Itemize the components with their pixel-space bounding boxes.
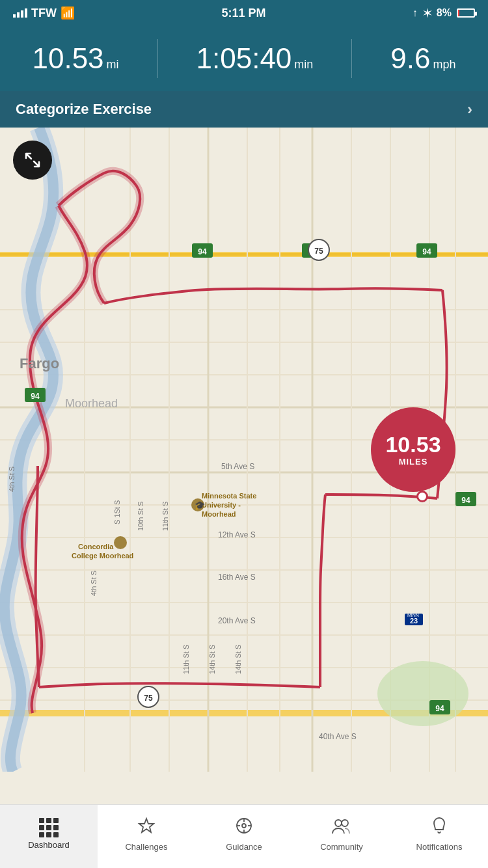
svg-text:94: 94 [422,247,431,256]
dashboard-icon [39,818,59,837]
battery-icon [457,8,475,18]
svg-text:94: 94 [461,496,470,505]
speed-stat: 9.6mph [390,44,455,73]
svg-text:S 1St S: S 1St S [113,500,121,524]
svg-text:5th Ave S: 5th Ave S [221,462,254,471]
time-label: 5:11 PM [221,7,265,20]
svg-marker-71 [139,819,154,832]
stat-divider-1 [157,39,158,78]
svg-text:4th St S: 4th St S [90,571,98,596]
duration-stat: 1:05:40min [197,44,314,73]
carrier-label: TFW [31,7,57,20]
svg-point-51 [114,536,127,549]
status-left: TFW 📶 [13,6,75,20]
distance-stat: 10.53mi [32,44,118,73]
svg-point-73 [242,824,246,828]
bluetooth-icon: ✶ [423,7,431,20]
svg-point-78 [335,820,342,826]
nav-dashboard[interactable]: Dashboard [0,805,98,868]
svg-text:12th Ave S: 12th Ave S [218,530,256,539]
duration-value: 1:05:40min [197,44,314,73]
svg-text:14th St S: 14th St S [234,645,242,674]
guidance-icon [235,817,253,839]
svg-text:20th Ave S: 20th Ave S [218,616,256,625]
nav-community[interactable]: Community [293,805,390,868]
location-icon: ↑ [413,7,418,19]
categorize-label: Categorize Exercise [16,101,152,118]
svg-text:Minnesota State: Minnesota State [202,492,256,500]
nav-challenges-label: Challenges [125,842,167,852]
svg-text:11th St S: 11th St S [182,645,190,674]
distance-value: 10.53mi [32,44,118,73]
svg-text:94: 94 [435,704,444,713]
svg-text:14th St S: 14th St S [208,645,216,674]
challenges-icon [137,817,156,839]
nav-dashboard-label: Dashboard [28,840,70,850]
stats-bar: 10.53mi 1:05:40min 9.6mph [0,26,488,91]
route-end-dot [416,491,428,502]
expand-button[interactable] [13,141,52,180]
svg-text:75: 75 [144,694,153,703]
svg-point-28 [377,661,468,726]
miles-bubble: 10.53 MILES [371,407,455,492]
svg-text:94: 94 [31,392,40,401]
svg-text:11th St S: 11th St S [161,502,169,531]
categorize-bar[interactable]: Categorize Exercise › [0,91,488,128]
svg-text:Moorhead: Moorhead [202,510,236,518]
nav-guidance[interactable]: Guidance [195,805,293,868]
notifications-icon [430,817,448,839]
stat-divider-2 [351,39,352,78]
miles-unit: MILES [399,457,428,467]
status-right: ↑ ✶ 8% [413,7,475,20]
map-container: Fargo Moorhead 5th Ave S 12th Ave S 16th… [0,128,488,772]
nav-guidance-label: Guidance [226,842,262,852]
svg-text:40th Ave S: 40th Ave S [319,732,357,741]
status-bar: TFW 📶 5:11 PM ↑ ✶ 8% [0,0,488,26]
nav-community-label: Community [320,842,363,852]
community-icon [331,817,352,839]
svg-text:College Moorhead: College Moorhead [72,552,133,560]
miles-value: 10.53 [385,433,441,455]
speed-value: 9.6mph [390,44,455,73]
nav-challenges[interactable]: Challenges [98,805,195,868]
svg-text:16th Ave S: 16th Ave S [218,573,256,582]
svg-text:Fargo: Fargo [20,355,59,372]
svg-text:4th St S: 4th St S [8,467,16,492]
nav-notifications-label: Notifications [416,842,463,852]
svg-text:Concordia: Concordia [78,543,114,550]
svg-text:10th St S: 10th St S [137,502,144,531]
svg-text:Moorhead: Moorhead [65,397,118,410]
nav-notifications[interactable]: Notifications [390,805,488,868]
svg-text:🎓: 🎓 [195,500,206,511]
svg-point-79 [342,820,348,826]
bottom-nav: Dashboard Challenges Guidance [0,804,488,868]
battery-label: 8% [437,7,452,19]
wifi-icon: 📶 [61,6,75,20]
svg-text:75: 75 [314,247,323,256]
categorize-chevron: › [467,100,472,118]
signal-icon [13,8,27,18]
svg-text:University -: University - [202,501,241,509]
svg-text:94: 94 [198,247,207,256]
svg-text:23: 23 [410,617,418,625]
